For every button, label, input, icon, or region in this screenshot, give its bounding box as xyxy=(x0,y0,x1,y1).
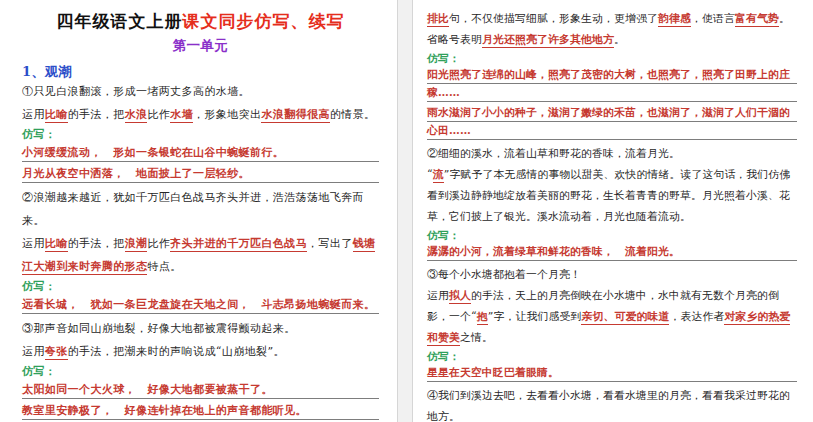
text-run: 的手法，把 xyxy=(68,237,125,250)
paragraph: ④我们到溪边去吧，去看看小水塘，看看水塘里的月亮，看看我采过野花的地方。 xyxy=(427,385,797,422)
answer-line: 阳光照亮了连绵的山峰，照亮了茂密的大树，也照亮了，照亮了田野上的庄稼…… xyxy=(427,66,797,102)
text-run: 。 xyxy=(614,33,625,46)
answer-word: 比喻 xyxy=(45,108,68,123)
unit-subtitle: 第一单元 xyxy=(22,36,379,54)
paragraph: ②浪潮越来越近，犹如千万匹白色战马齐头并进，浩浩荡荡地飞奔而来。 xyxy=(22,186,379,232)
text-run: 运用 xyxy=(22,345,45,358)
text-run: ，表达作者 xyxy=(669,310,724,323)
text-run: ，形象地突出 xyxy=(193,108,261,121)
answer-line: 远看长城， 犹如一条巨龙盘旋在天地之间， 斗志昂扬地蜿蜒而来。 xyxy=(22,295,379,314)
answer-line: 教室里安静极了， 好像连针掉在地上的声音都能听见。 xyxy=(22,401,379,420)
paragraph: 运用夸张的手法，把潮来时的声响说成“山崩地裂”。 xyxy=(22,340,379,363)
answer-word: 夸张 xyxy=(45,345,68,360)
answer-word: 齐头并进的千万匹白色战马 xyxy=(170,237,307,252)
paragraph: ③每个小水塘都抱着一个月亮！ xyxy=(427,264,797,285)
text-run: ②浪潮越来越近，犹如千万匹白色战马齐头并进，浩浩荡荡地飞奔而来。 xyxy=(22,191,364,227)
doc-title-segment: 四年级语文上册 xyxy=(57,11,183,31)
text-run: 特点。 xyxy=(147,260,181,273)
answer-word: 流 xyxy=(433,168,444,183)
fangxie-label: 仿写： xyxy=(427,228,797,243)
text-run: ，使语言 xyxy=(691,12,735,25)
fangxie-label: 仿写： xyxy=(22,127,379,143)
text-run: 运用 xyxy=(22,108,45,121)
document-view: 四年级语文上册课文同步仿写、续写第一单元1、观潮①只见白浪翻滚，形成一堵两丈多高… xyxy=(0,0,813,422)
text-run: 之情。 xyxy=(460,331,493,344)
text-run: 的情景。 xyxy=(330,108,376,121)
text-run: “ xyxy=(427,168,433,181)
answer-word: 排比 xyxy=(427,12,449,27)
paragraph: ②细细的溪水，流着山草和野花的香味，流着月光。 xyxy=(427,143,797,164)
answer-word: 水墙 xyxy=(170,108,193,123)
paragraph: 运用拟人的手法，天上的月亮倒映在小水塘中，水中就有无数个月亮的倒影，一个“抱”字… xyxy=(427,285,797,348)
answer-word: 水浪翻得很高 xyxy=(261,108,329,123)
doc-title-segment: 课文同步仿写、续写 xyxy=(183,11,345,31)
text-run: ①只见白浪翻滚，形成一堵两丈多高的水墙。 xyxy=(22,85,250,98)
answer-word: 水浪 xyxy=(125,108,148,123)
text-run: ③每个小水塘都抱着一个月亮！ xyxy=(427,268,581,281)
text-run: ③那声音如同山崩地裂，好像大地都被震得颤动起来。 xyxy=(22,322,296,335)
page-left: 四年级语文上册课文同步仿写、续写第一单元1、观潮①只见白浪翻滚，形成一堵两丈多高… xyxy=(0,0,397,422)
paragraph: 运用比喻的手法，把浪潮比作齐头并进的千万匹白色战马，写出了钱塘江大潮到来时奔腾的… xyxy=(22,232,379,278)
text-run: 运用 xyxy=(22,237,45,250)
paragraph: 运用比喻的手法，把水浪比作水墙，形象地突出水浪翻得很高的情景。 xyxy=(22,103,379,126)
text-run: 的手法，把 xyxy=(68,108,125,121)
text-run: ④我们到溪边去吧，去看看小水塘，看看水塘里的月亮，看看我采过野花的地方。 xyxy=(427,389,790,422)
text-run: ②细细的溪水，流着山草和野花的香味，流着月光。 xyxy=(427,147,680,160)
fangxie-label: 仿写： xyxy=(22,279,379,295)
lesson-heading: 1、观潮 xyxy=(22,64,379,80)
page-gutter xyxy=(397,0,413,422)
fangxie-label: 仿写： xyxy=(427,349,797,364)
answer-word: 富有气势 xyxy=(735,12,779,27)
paragraph: “流”字赋予了本无感情的事物以甜美、欢快的情绪。读了这句话，我们仿佛看到溪边静静… xyxy=(427,164,797,227)
answer-line: 星星在天空中眨巴着眼睛。 xyxy=(427,364,797,382)
text-run: 比作 xyxy=(147,108,170,121)
answer-word: 韵律感 xyxy=(658,12,691,27)
text-run: ”字赋予了本无感情的事物以甜美、欢快的情绪。读了这句话，我们仿佛看到溪边静静地绽… xyxy=(427,168,790,223)
text-run: 运用 xyxy=(427,289,449,302)
answer-line: 潺潺的小河，流着绿草和鲜花的香味， 流着阳光。 xyxy=(427,243,797,261)
text-run: ”字，让我们感受到 xyxy=(488,310,582,323)
answer-word: 浪潮 xyxy=(125,237,148,252)
paragraph: ①只见白浪翻滚，形成一堵两丈多高的水墙。 xyxy=(22,80,379,103)
fangxie-label: 仿写： xyxy=(427,51,797,66)
answer-word: 月光还照亮了许多其他地方 xyxy=(482,33,614,48)
doc-title: 四年级语文上册课文同步仿写、续写 xyxy=(22,10,379,32)
answer-word: 亲切、可爱的味道 xyxy=(581,310,669,325)
paragraph: 排比句，不仅使描写细腻，形象生动，更增强了韵律感，使语言富有气势。省略号表明月光… xyxy=(427,8,797,50)
answer-line: 雨水滋润了小小的种子，滋润了嫩绿的禾苗，也滋润了，滋润了人们干涸的心田…… xyxy=(427,104,797,140)
answer-word: 拟人 xyxy=(449,289,471,304)
fangxie-label: 仿写： xyxy=(22,364,379,380)
text-run: 的手法，把潮来时的声响说成“山崩地裂”。 xyxy=(68,345,285,358)
answer-line: 太阳如同一个大火球， 好像大地都要被蒸干了。 xyxy=(22,380,379,399)
answer-word: 抱 xyxy=(477,310,488,325)
text-run: 比作 xyxy=(147,237,170,250)
answer-line: 小河缓缓流动， 形如一条银蛇在山谷中蜿蜒前行。 xyxy=(22,143,379,162)
answer-line: 月光从夜空中洒落， 地面披上了一层轻纱。 xyxy=(22,164,379,183)
paragraph: ③那声音如同山崩地裂，好像大地都被震得颤动起来。 xyxy=(22,317,379,340)
answer-word: 比喻 xyxy=(45,237,68,252)
text-run: ，写出了 xyxy=(307,237,353,250)
page-right: 排比句，不仅使描写细腻，形象生动，更增强了韵律感，使语言富有气势。省略号表明月光… xyxy=(413,0,813,422)
text-run: 句，不仅使描写细腻，形象生动，更增强了 xyxy=(449,12,658,25)
